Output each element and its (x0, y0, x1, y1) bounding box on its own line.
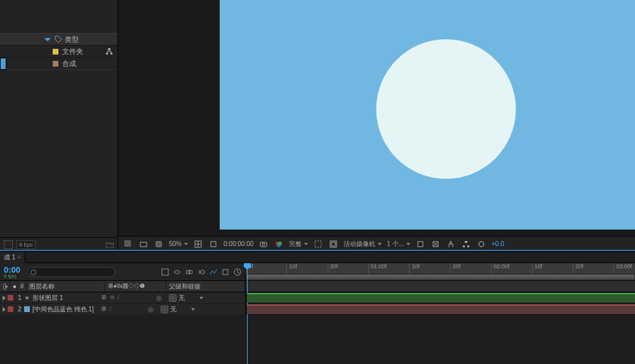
layer-track[interactable] (246, 304, 635, 315)
parent-dropdown[interactable]: 无 (166, 294, 206, 302)
svg-rect-18 (463, 245, 465, 247)
label-color[interactable] (8, 306, 13, 312)
col-lock[interactable]: ● (10, 281, 18, 292)
comp-swatch (53, 61, 58, 67)
magnify-icon[interactable] (123, 239, 133, 249)
viewer-footer: 50% 0:00:00:00 完整 活动摄像机 1 个... +0.0 (118, 236, 635, 251)
layer-track[interactable] (246, 292, 635, 303)
channel-icon[interactable] (274, 239, 284, 249)
time-navigator[interactable] (246, 274, 635, 280)
time-ruler[interactable]: 0f 10f 20f 01:00f 10f 20f 02:00f 10f 20f… (246, 263, 635, 280)
svg-rect-13 (315, 241, 321, 247)
col-hash[interactable]: # (18, 281, 27, 292)
mask-icon[interactable] (154, 239, 164, 249)
layer-bar[interactable] (247, 304, 635, 314)
timecode-display[interactable]: 0:00:00:00 (224, 240, 253, 247)
views-dropdown[interactable]: 1 个... (387, 240, 410, 249)
pickwhip-icon[interactable]: ◎ (146, 306, 156, 313)
transparency-icon[interactable] (208, 239, 218, 249)
svg-rect-25 (223, 270, 228, 275)
guides-icon[interactable] (328, 239, 338, 249)
label-color[interactable] (8, 295, 13, 301)
layer-bar[interactable] (247, 293, 635, 302)
svg-point-20 (479, 242, 484, 247)
exposure-reset-icon[interactable] (476, 239, 486, 249)
switch-cells[interactable]: 单 / (100, 305, 113, 313)
composition-viewer: 50% 0:00:00:00 完整 活动摄像机 1 个... +0.0 (118, 0, 635, 251)
motion-blur-icon[interactable] (196, 267, 206, 277)
expand-icon[interactable] (3, 296, 6, 301)
interpret-icon[interactable] (4, 240, 13, 249)
project-row-folder[interactable]: 文件夹 (0, 46, 117, 58)
layer-index: 1 (15, 294, 24, 301)
draft3d-icon[interactable] (415, 239, 425, 249)
res-auto-icon[interactable] (193, 239, 203, 249)
roa-icon[interactable] (313, 239, 323, 249)
svg-rect-17 (465, 241, 467, 243)
svg-rect-7 (211, 242, 216, 247)
project-footer: 8 bpc (0, 237, 117, 251)
svg-rect-15 (331, 242, 335, 246)
pickwhip-icon[interactable]: ◎ (154, 294, 164, 301)
col-type[interactable]: 类型 (65, 35, 79, 44)
graph-editor-icon[interactable] (208, 267, 218, 277)
svg-point-4 (126, 242, 129, 245)
pixel-ar-icon[interactable] (431, 239, 441, 249)
viewer-canvas-area[interactable] (118, 0, 635, 236)
project-panel: 类型 文件夹 合成 8 bpc (0, 0, 118, 251)
tab-menu-icon[interactable]: ≡ (18, 254, 21, 260)
layer-row-left: 1 ★ 形状图层 1 单 ✻ / ◎ 无 (0, 292, 246, 303)
column-headers-left: ● # 图层名称 单♦\fx圓◇◇❶ 父级和链接 (0, 281, 246, 292)
layer-row-1[interactable]: 1 ★ 形状图层 1 单 ✻ / ◎ 无 (0, 292, 635, 304)
row-label: 合成 (62, 59, 76, 68)
col-switches[interactable]: 单♦\fx圓◇◇❶ (105, 281, 166, 292)
project-header[interactable]: 类型 (0, 33, 117, 46)
zoom-dropdown[interactable]: 50% (169, 240, 188, 247)
parent-dropdown[interactable]: 无 (158, 305, 197, 314)
svg-rect-19 (467, 245, 469, 247)
comp-mini-icon[interactable] (160, 267, 170, 277)
grid-icon[interactable] (138, 239, 149, 249)
layer-search-input[interactable] (27, 267, 116, 277)
layer-name[interactable]: 形状图层 1 (30, 294, 100, 302)
timeline-header: 0:00 0 fps) 0f 10f 20f 01:00f 10f 20 (0, 263, 635, 281)
comp-tab[interactable]: 成 1 ≡ (0, 252, 25, 263)
snapshot-icon[interactable] (258, 239, 269, 249)
switch-cells[interactable]: 单 ✻ / (100, 294, 121, 302)
svg-rect-1 (106, 53, 108, 55)
flowchart-icon[interactable] (106, 48, 112, 55)
current-time-block[interactable]: 0:00 0 fps) (0, 265, 24, 279)
col-av[interactable] (0, 281, 10, 292)
draft3d-tl-icon[interactable] (220, 267, 231, 277)
layer-name[interactable]: [中间色品蓝色 纯色 1] (30, 305, 100, 314)
shape-circle[interactable] (376, 39, 516, 179)
bpc-toggle[interactable]: 8 bpc (17, 240, 36, 249)
col-parent[interactable]: 父级和链接 (166, 281, 245, 292)
camera-dropdown[interactable]: 活动摄像机 (344, 240, 382, 249)
svg-rect-2 (110, 53, 112, 55)
frame-blend-icon[interactable] (184, 267, 194, 277)
new-bin-icon[interactable] (106, 242, 114, 248)
flowchart-nav-icon[interactable] (461, 239, 471, 249)
exposure-value[interactable]: +0.0 (491, 240, 504, 247)
ruler-scale[interactable]: 0f 10f 20f 01:00f 10f 20f 02:00f 10f 20f… (246, 263, 635, 281)
svg-rect-16 (418, 242, 423, 247)
render-time-icon[interactable] (232, 267, 243, 277)
sort-arrow-icon[interactable] (44, 38, 51, 41)
composition-canvas[interactable] (220, 0, 635, 230)
timeline-tabs: 成 1 ≡ (0, 252, 635, 263)
svg-point-12 (277, 244, 281, 247)
resolution-dropdown[interactable]: 完整 (289, 240, 308, 249)
eye-icon (3, 283, 6, 290)
fast-preview-icon[interactable] (446, 239, 456, 249)
layer-row-2[interactable]: 2 [中间色品蓝色 纯色 1] 单 / ◎ 无 (0, 304, 635, 315)
tag-icon (55, 36, 62, 43)
solid-layer-icon (24, 306, 30, 312)
shy-icon[interactable] (172, 267, 182, 277)
timeline-header-icons (160, 267, 245, 277)
expand-icon[interactable] (3, 307, 6, 312)
svg-rect-3 (125, 241, 130, 246)
folder-swatch (53, 49, 58, 55)
col-layer-name[interactable]: 图层名称 (27, 281, 105, 292)
project-row-comp[interactable]: 合成 (0, 58, 117, 70)
